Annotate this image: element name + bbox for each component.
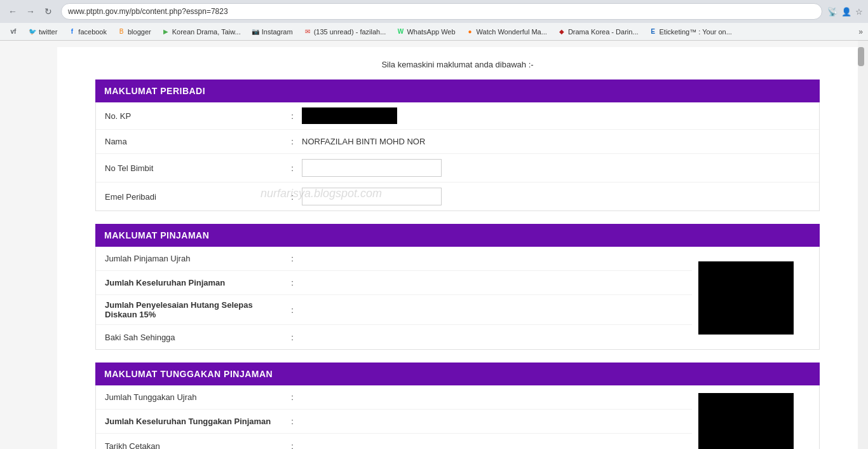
pinjaman-diskaun-row: Jumlah Penyelesaian Hutang Selepas Diska… (96, 295, 692, 325)
peribadi-body: No. KP : Nama : NORFAZILAH BINTI MOHD (95, 102, 820, 211)
vf-icon: vf (9, 27, 18, 36)
tunggakan-tarikh-row: Tarikh Cetakan : (96, 434, 692, 449)
scrollbar-track (858, 41, 868, 449)
forward-button[interactable]: → (23, 4, 38, 19)
tunggakan-ujrah-colon: : (283, 392, 302, 402)
address-bar[interactable]: www.ptptn.gov.my/pb/content.php?esspn=78… (61, 3, 822, 20)
tel-value (302, 159, 810, 177)
drama-korea-icon: ◆ (557, 27, 566, 36)
page-content: Sila kemaskini maklumat anda dibawah :- … (57, 47, 858, 449)
pinjaman-keseluruhan-label: Jumlah Keseluruhan Pinjaman (105, 278, 283, 287)
tunggakan-redacted (698, 393, 794, 449)
pinjaman-redacted-col (692, 247, 819, 349)
tel-input[interactable] (302, 159, 442, 177)
pinjaman-baki-label: Baki Sah Sehingga (105, 333, 283, 342)
bookmark-facebook-label: facebook (78, 28, 107, 36)
tel-colon: : (283, 163, 302, 173)
pinjaman-diskaun-label: Jumlah Penyelesaian Hutang Selepas Diska… (105, 300, 283, 319)
reload-button[interactable]: ↻ (41, 4, 56, 19)
bookmark-twitter[interactable]: 🐦 twitter (24, 26, 61, 38)
email-icon: ✉ (303, 27, 312, 36)
page-instruction: Sila kemaskini maklumat anda dibawah :- (95, 60, 820, 69)
bookmark-twitter-label: twitter (39, 28, 57, 36)
twitter-icon: 🐦 (28, 27, 37, 36)
scrollbar-thumb[interactable] (858, 47, 864, 66)
bookmark-watch[interactable]: ● Watch Wonderful Ma... (462, 26, 551, 38)
instagram-icon: 📷 (251, 27, 260, 36)
bookmark-facebook[interactable]: f facebook (64, 26, 111, 38)
page-wrapper: Sila kemaskini maklumat anda dibawah :- … (57, 47, 858, 449)
bookmark-whatsapp[interactable]: W WhatsApp Web (392, 26, 459, 38)
pinjaman-header: MAKLUMAT PINJAMAN (95, 224, 820, 247)
main-area: Sila kemaskini maklumat anda dibawah :- … (0, 41, 868, 449)
tunggakan-body: Jumlah Tunggakan Ujrah : Jumlah Keseluru… (95, 385, 820, 449)
pinjaman-redacted (698, 261, 794, 335)
bookmark-email[interactable]: ✉ (135 unread) - fazilah... (299, 26, 390, 38)
pinjaman-ujrah-label: Jumlah Pinjaman Ujrah (105, 254, 283, 263)
bookmark-eticketing[interactable]: E Eticketing™ : Your on... (645, 26, 736, 38)
pinjaman-keseluruhan-colon: : (283, 278, 302, 287)
tunggakan-keseluruhan-label: Jumlah Keseluruhan Tunggakan Pinjaman (105, 417, 283, 426)
cast-icon[interactable]: 📡 (827, 7, 837, 17)
bookmark-eticketing-label: Eticketing™ : Your on... (660, 28, 732, 36)
tunggakan-tarikh-label: Tarikh Cetakan (105, 441, 283, 450)
tunggakan-redacted-col (692, 385, 819, 449)
emel-input[interactable] (302, 188, 442, 205)
nama-label: Nama (105, 137, 283, 146)
peribadi-header: MAKLUMAT PERIBADI (95, 79, 820, 102)
no-kp-value (302, 107, 810, 124)
bookmarks-more[interactable]: » (858, 27, 863, 36)
tunggakan-labels-col: Jumlah Tunggakan Ujrah : Jumlah Keseluru… (96, 385, 692, 449)
right-scrollbar[interactable] (858, 41, 868, 449)
tunggakan-ujrah-label: Jumlah Tunggakan Ujrah (105, 392, 283, 402)
watch-icon: ● (466, 27, 475, 36)
left-sidebar (0, 41, 57, 449)
tunggakan-content: Jumlah Tunggakan Ujrah : Jumlah Keseluru… (96, 385, 819, 449)
pinjaman-ujrah-row: Jumlah Pinjaman Ujrah : (96, 247, 692, 271)
pinjaman-labels-col: Jumlah Pinjaman Ujrah : Jumlah Keseluruh… (96, 247, 692, 349)
tunggakan-tarikh-colon: : (283, 441, 302, 450)
tunggakan-ujrah-row: Jumlah Tunggakan Ujrah : (96, 385, 692, 410)
bookmark-whatsapp-label: WhatsApp Web (407, 28, 455, 36)
bookmark-drama-korea-label: Drama Korea - Darin... (568, 28, 639, 36)
back-button[interactable]: ← (5, 4, 20, 19)
blogger-icon: B (117, 27, 126, 36)
bookmark-instagram[interactable]: 📷 Instagram (247, 26, 297, 38)
bookmark-vf[interactable]: vf (5, 26, 22, 38)
bookmark-drama-korea[interactable]: ◆ Drama Korea - Darin... (553, 26, 642, 38)
pinjaman-keseluruhan-row: Jumlah Keseluruhan Pinjaman : (96, 271, 692, 295)
no-kp-label: No. KP (105, 111, 283, 121)
user-icon[interactable]: 👤 (841, 7, 851, 17)
tunggakan-header: MAKLUMAT TUNGGAKAN PINJAMAN (95, 363, 820, 385)
pinjaman-section: MAKLUMAT PINJAMAN Jumlah Pinjaman Ujrah … (95, 224, 820, 350)
korean-drama-icon: ▶ (161, 27, 170, 36)
tunggakan-section: MAKLUMAT TUNGGAKAN PINJAMAN Jumlah Tungg… (95, 363, 820, 449)
star-icon[interactable]: ☆ (855, 7, 863, 17)
no-kp-redacted (302, 107, 397, 124)
bookmark-korean-drama-label: Korean Drama, Taiw... (172, 28, 241, 36)
pinjaman-body: Jumlah Pinjaman Ujrah : Jumlah Keseluruh… (95, 247, 820, 350)
nama-row: Nama : NORFAZILAH BINTI MOHD NOR (96, 130, 819, 154)
browser-window: ← → ↻ www.ptptn.gov.my/pb/content.php?es… (0, 0, 868, 449)
emel-row: Emel Peribadi : (96, 183, 819, 211)
bookmark-instagram-label: Instagram (262, 28, 293, 36)
tel-row: No Tel Bimbit : (96, 154, 819, 183)
emel-value (302, 188, 810, 205)
tunggakan-keseluruhan-colon: : (283, 417, 302, 426)
no-kp-colon: : (283, 111, 302, 121)
emel-colon: : (283, 192, 302, 202)
bookmark-blogger[interactable]: B blogger (113, 26, 155, 38)
tunggakan-keseluruhan-row: Jumlah Keseluruhan Tunggakan Pinjaman : (96, 410, 692, 434)
pinjaman-diskaun-colon: : (283, 305, 302, 315)
url-text: www.ptptn.gov.my/pb/content.php?esspn=78… (68, 7, 228, 16)
bookmarks-bar: vf 🐦 twitter f facebook B blogger ▶ Kore… (0, 23, 868, 41)
bookmark-korean-drama[interactable]: ▶ Korean Drama, Taiw... (158, 26, 245, 38)
pinjaman-baki-row: Baki Sah Sehingga : (96, 325, 692, 349)
eticketing-icon: E (649, 27, 658, 36)
no-kp-row: No. KP : (96, 102, 819, 130)
bookmark-blogger-label: blogger (128, 28, 151, 36)
tel-label: No Tel Bimbit (105, 163, 283, 173)
pinjaman-baki-colon: : (283, 333, 302, 342)
nama-colon: : (283, 137, 302, 146)
bookmark-email-label: (135 unread) - fazilah... (314, 28, 386, 36)
